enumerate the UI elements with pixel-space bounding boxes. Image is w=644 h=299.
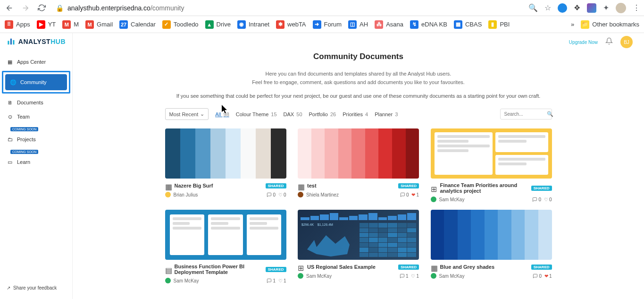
star-icon[interactable]: ☆ bbox=[544, 3, 551, 12]
comment-count[interactable]: 1 bbox=[400, 273, 409, 279]
reload-button[interactable] bbox=[36, 2, 47, 14]
comment-count[interactable]: 0 bbox=[533, 273, 542, 279]
bookmark-yt[interactable]: ▶YT bbox=[37, 20, 56, 29]
bookmark-pbi[interactable]: ▮PBI bbox=[488, 20, 510, 29]
bookmark-icon: ✓ bbox=[162, 20, 171, 29]
bookmark-intranet[interactable]: ◉Intranet bbox=[237, 20, 269, 29]
filter-priorities[interactable]: Priorities 4 bbox=[343, 111, 368, 117]
bookmark-icon: M bbox=[85, 20, 94, 29]
like-count[interactable]: ♡1 bbox=[278, 278, 286, 283]
page-note: If you see something that could be perfe… bbox=[165, 93, 552, 99]
coming-soon-badge: COMING SOON bbox=[10, 127, 38, 131]
filter-colour-theme[interactable]: Colour Theme 15 bbox=[236, 111, 277, 117]
author-avatar bbox=[431, 273, 436, 279]
ext-2[interactable]: ❖ bbox=[574, 3, 580, 12]
bookmark-toodledo[interactable]: ✓Toodledo bbox=[162, 20, 199, 29]
sidebar-item-apps-center[interactable]: ▦Apps Center bbox=[0, 55, 72, 69]
bookmark-apps[interactable]: ⠿Apps bbox=[5, 20, 30, 29]
svg-rect-2 bbox=[13, 40, 14, 44]
sidebar-item-team[interactable]: ⊙Team bbox=[0, 110, 72, 124]
menu-icon[interactable]: ⋮ bbox=[633, 3, 640, 12]
card[interactable]: $296.4K $1,126.4M ⊞ US Regional Sales Ex… bbox=[298, 210, 419, 283]
card[interactable]: ▦ Nazere Big Surf SHARED Brian Julius 0 … bbox=[165, 128, 286, 202]
sidebar-nav: ▦Apps Center🌐Community🗎Documents⊙TeamCOM… bbox=[0, 53, 72, 171]
author-avatar bbox=[298, 273, 303, 279]
filter-portfolio[interactable]: Portfolio 26 bbox=[309, 111, 336, 117]
filter-all[interactable]: All 98 bbox=[215, 111, 229, 117]
like-count[interactable]: ❤1 bbox=[411, 192, 419, 197]
bookmark-cbas[interactable]: ▦CBAS bbox=[454, 20, 482, 29]
avatar[interactable]: BJ bbox=[620, 36, 633, 48]
profile-pic[interactable] bbox=[616, 3, 626, 13]
ext-1[interactable] bbox=[558, 3, 567, 13]
toolbar-right: 🔍 ☆ ❖ ✦ ⋮ bbox=[528, 3, 640, 13]
comment-count[interactable]: 0 bbox=[267, 192, 276, 197]
author-avatar bbox=[165, 192, 171, 197]
card-title: Blue and Grey shades bbox=[440, 264, 528, 270]
search-input[interactable] bbox=[504, 111, 533, 117]
author-name: Brian Julius bbox=[174, 192, 264, 197]
sidebar-item-projects[interactable]: 🗀Projects bbox=[0, 132, 72, 146]
bookmark-gmail[interactable]: MGmail bbox=[85, 20, 113, 29]
sidebar-item-label: Documents bbox=[17, 100, 43, 105]
comment-count[interactable]: 0 bbox=[532, 197, 541, 202]
author-name: Sam McKay bbox=[174, 278, 264, 283]
card[interactable]: ▦ test SHARED Shiela Martinez 0 ❤1 bbox=[298, 128, 419, 202]
card[interactable]: ▦ Blue and Grey shades SHARED Sam McKay … bbox=[431, 210, 552, 283]
like-count[interactable]: ♡1 bbox=[411, 273, 419, 279]
app-root: ANALYSTHUB ▦Apps Center🌐Community🗎Docume… bbox=[0, 33, 644, 299]
bookmark-icon: ⠿ bbox=[5, 20, 13, 29]
card[interactable]: ⊞ Finance Team Priorities around analyti… bbox=[431, 128, 552, 202]
bookmark-webta[interactable]: ✱webTA bbox=[276, 20, 306, 29]
bookmark-asana[interactable]: ⁂Asana bbox=[375, 20, 403, 29]
filter-dax[interactable]: DAX 50 bbox=[284, 111, 302, 117]
comment-count[interactable]: 0 bbox=[400, 192, 409, 197]
bookmark-calendar[interactable]: 27Calendar bbox=[119, 20, 156, 29]
upgrade-link[interactable]: Upgrade Now bbox=[569, 40, 598, 45]
bookmark-ah[interactable]: ◫AH bbox=[348, 20, 368, 29]
like-count[interactable]: ♡0 bbox=[278, 192, 286, 197]
bookmark-label: Apps bbox=[16, 21, 30, 28]
bookmark-label: YT bbox=[48, 21, 56, 28]
bookmark-edna kb[interactable]: ↯eDNA KB bbox=[410, 20, 447, 29]
page-subtitle-1: Here you can find documents and template… bbox=[165, 70, 552, 78]
author-avatar bbox=[298, 192, 303, 197]
grid-icon: ▦ bbox=[7, 59, 13, 65]
shared-badge: SHARED bbox=[266, 267, 286, 272]
filter-planner[interactable]: Planner 3 bbox=[375, 111, 398, 117]
ext-3[interactable] bbox=[587, 3, 596, 13]
sidebar-item-documents[interactable]: 🗎Documents bbox=[0, 95, 72, 110]
like-count[interactable]: ♡0 bbox=[544, 197, 552, 202]
other-bookmarks[interactable]: 📁Other bookmarks bbox=[581, 20, 639, 29]
bookmark-m[interactable]: MM bbox=[62, 20, 79, 29]
sidebar-item-community[interactable]: 🌐Community bbox=[2, 71, 70, 94]
address-bar[interactable]: 🔒 analysthub.enterprisedna.co/community bbox=[56, 4, 524, 12]
back-button[interactable] bbox=[4, 2, 15, 14]
bookmark-icon: 27 bbox=[119, 20, 128, 29]
bookmark-label: Toodledo bbox=[174, 21, 199, 28]
forward-button[interactable] bbox=[20, 2, 31, 14]
comment-count[interactable]: 1 bbox=[267, 278, 276, 283]
bookmark-icon: ▲ bbox=[205, 20, 214, 29]
sort-button[interactable]: Most Recent ⌄ bbox=[165, 108, 209, 120]
bookmarks-overflow[interactable]: » bbox=[571, 21, 574, 28]
bookmark-label: webTA bbox=[287, 21, 306, 28]
sidebar-item-label: Projects bbox=[17, 137, 36, 142]
card[interactable]: ▤ Business Function Power BI Deployment … bbox=[165, 210, 286, 283]
logo[interactable]: ANALYSTHUB bbox=[0, 37, 72, 53]
sidebar-item-learn[interactable]: ▭Learn bbox=[0, 155, 72, 169]
card-title: US Regional Sales Example bbox=[307, 264, 395, 270]
search-box[interactable]: 🔍 bbox=[500, 109, 552, 120]
extensions-icon[interactable]: ✦ bbox=[603, 3, 609, 12]
feedback-link[interactable]: ↗ Share your feedback bbox=[7, 285, 66, 290]
bookmark-drive[interactable]: ▲Drive bbox=[205, 20, 231, 29]
bell-icon[interactable] bbox=[605, 37, 613, 47]
bookmark-icon: ◉ bbox=[237, 20, 246, 29]
lock-icon: 🔒 bbox=[56, 4, 64, 12]
zoom-icon[interactable]: 🔍 bbox=[528, 3, 538, 12]
author-avatar bbox=[165, 278, 171, 283]
sidebar-item-label: Learn bbox=[17, 159, 30, 165]
card-grid: ▦ Nazere Big Surf SHARED Brian Julius 0 … bbox=[165, 128, 552, 283]
like-count[interactable]: ❤1 bbox=[544, 273, 552, 279]
bookmark-forum[interactable]: ➜Forum bbox=[313, 20, 342, 29]
